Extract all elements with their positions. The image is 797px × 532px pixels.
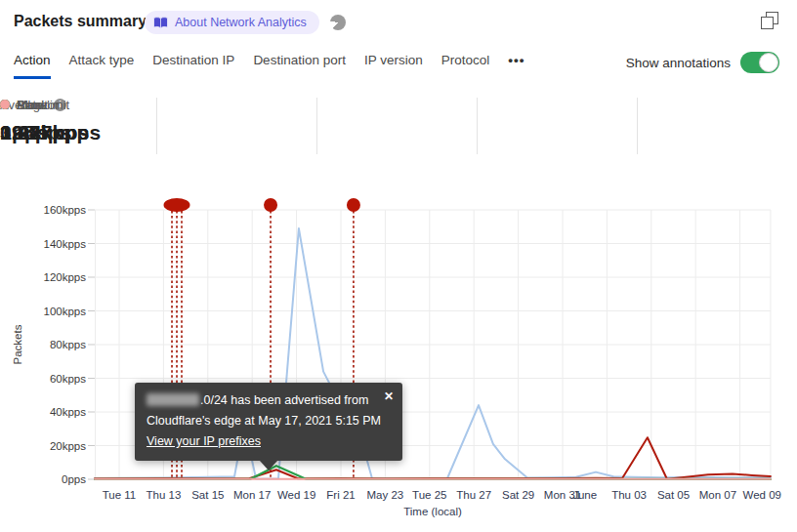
annotation-marker[interactable] [347, 198, 360, 212]
view-ip-prefixes-link[interactable]: View your IP prefixes [147, 434, 261, 448]
x-tick-label: Thu 03 [611, 489, 647, 501]
y-tick-label: 140kpps [44, 238, 87, 250]
tab-destination-port[interactable]: Destination port [253, 51, 346, 76]
usage-pie-icon[interactable] [330, 15, 346, 30]
redacted-prefix [147, 393, 199, 406]
x-tick-label: Fri 21 [326, 489, 355, 501]
tooltip-line2: Cloudflare's edge at May 17, 2021 5:15 P… [147, 411, 391, 431]
y-tick-label: 120kpps [44, 271, 87, 283]
y-tick-label: 60kpps [50, 373, 86, 385]
stat-value: 0pps [0, 121, 147, 144]
stat-divider [477, 98, 478, 154]
x-tick-label: Sat 29 [502, 489, 534, 501]
annotation-tooltip: ✕ .0/24 has been advertised from Cloudfl… [135, 383, 402, 461]
page-title: Packets summary [14, 13, 147, 30]
y-tick-label: 80kpps [50, 339, 86, 350]
annotation-marker[interactable] [164, 198, 190, 212]
dimension-tabs: Action Attack type Destination IP Destin… [14, 51, 524, 79]
stat-label: Monitor [17, 98, 59, 112]
close-icon[interactable]: ✕ [384, 387, 394, 407]
x-tick-label: Mon 31 [544, 489, 581, 501]
stat-divider [156, 98, 157, 154]
x-tick-label: Mon 07 [699, 489, 736, 501]
x-tick-label: Tue 11 [103, 489, 137, 501]
x-tick-label: June [572, 489, 597, 501]
tab-destination-ip[interactable]: Destination IP [152, 51, 234, 76]
badge-label: About Network Analytics [175, 16, 307, 29]
x-tick-label: May 23 [367, 489, 404, 501]
y-tick-label: 20kpps [50, 440, 86, 452]
x-tick-label: Tue 25 [412, 489, 446, 501]
stat-divider [316, 98, 317, 154]
monitor-dot-icon [0, 100, 10, 109]
tab-action[interactable]: Action [14, 51, 51, 79]
stat-divider [637, 98, 638, 154]
x-tick-label: Sat 05 [657, 489, 690, 501]
x-tick-label: Thu 13 [146, 489, 181, 501]
tab-ip-version[interactable]: IP version [364, 51, 423, 76]
show-annotations-control: Show annotations [626, 52, 779, 73]
x-tick-label: Mon 17 [233, 489, 271, 501]
x-tick-label: Wed 19 [277, 489, 315, 501]
show-annotations-toggle[interactable] [740, 52, 779, 73]
tooltip-line1: .0/24 has been advertised from [147, 390, 391, 411]
about-network-analytics-badge[interactable]: About Network Analytics [145, 11, 319, 34]
show-annotations-label: Show annotations [626, 56, 731, 70]
annotation-marker[interactable] [264, 198, 277, 212]
x-tick-label: Thu 27 [456, 489, 491, 501]
tab-protocol[interactable]: Protocol [441, 51, 490, 76]
y-tick-label: 160kpps [44, 204, 87, 216]
network-analytics-panel: Packets summary About Network Analytics … [0, 0, 797, 532]
y-tick-label: 0pps [62, 473, 86, 485]
book-icon [153, 17, 168, 29]
tabs-more-button[interactable]: ••• [508, 51, 524, 76]
duplicate-window-icon[interactable] [761, 12, 778, 29]
tooltip-pointer [260, 461, 277, 471]
series-line-rate-limit [95, 466, 771, 479]
x-tick-label: Sat 15 [191, 489, 224, 501]
x-tick-label: Wed 09 [743, 489, 781, 501]
y-tick-label: 40kpps [50, 406, 86, 418]
stat-monitor: Monitor 0pps [0, 97, 147, 144]
y-tick-label: 100kpps [44, 306, 87, 317]
toggle-knob [759, 53, 778, 72]
y-axis-title: Packets [12, 324, 23, 364]
tab-attack-type[interactable]: Attack type [69, 51, 135, 76]
x-axis-title: Time (local) [403, 506, 462, 517]
